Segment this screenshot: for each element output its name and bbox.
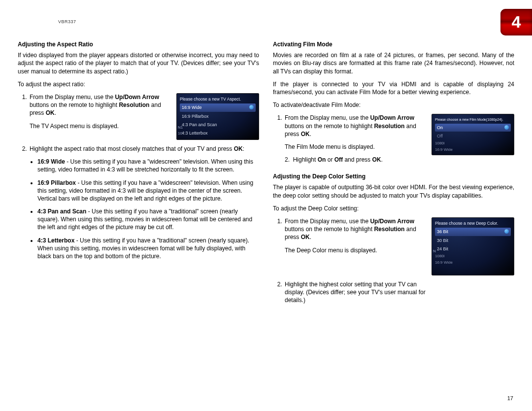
ss-option: 30 Bit (435, 237, 511, 244)
deep-p1: The player is capable of outputting 36-b… (273, 183, 514, 199)
tv-aspect-screenshot: Please choose a new TV Aspect. 16:9 Wide… (176, 93, 259, 140)
aspect-lead: To adjust the aspect ratio: (18, 80, 259, 88)
ss-faint: 1080i (435, 254, 511, 259)
ss-faint: 16:9 Wide (435, 147, 511, 153)
right-column: Activating Film Mode Movies are recorded… (273, 40, 514, 309)
ss-faint: 1080i (435, 141, 511, 146)
film-steps: From the Display menu, use the Up/Down A… (273, 114, 514, 164)
ss-title: Please choose a new Deep Color. (435, 221, 511, 226)
aspect-step1-sub: The TV Aspect menu is displayed. (30, 122, 171, 130)
content-columns: Adjusting the Aspect Ratio If video disp… (18, 40, 514, 309)
deep-step-2: Highlight the highest color setting that… (284, 280, 432, 305)
page-number: 17 (507, 395, 513, 402)
ss-option-selected: 16:9 Wide (180, 103, 256, 111)
deep-step1-sub: The Deep Color menu is displayed. (285, 246, 427, 254)
model-code: VBR337 (58, 19, 76, 25)
ss-option: 16:9 Pillarbox (180, 112, 256, 120)
ss-option: 4:3 Letterbox (180, 129, 256, 137)
aspect-options: 16:9 Wide - Use this setting if you have… (18, 158, 259, 260)
aspect-option: 4:3 Pan and Scan - Use this setting if y… (37, 207, 259, 232)
deep-steps: From the Display menu, use the Up/Down A… (273, 217, 514, 305)
aspect-step-1: From the Display menu, use the Up/Down A… (29, 93, 259, 140)
left-column: Adjusting the Aspect Ratio If video disp… (18, 40, 259, 309)
film-mode-screenshot: Please choose a new Film Mode(1080p24). … (432, 114, 514, 155)
ss-faint: 16:9 Wide (435, 260, 511, 266)
chapter-tab: 4 (500, 9, 532, 35)
film-lead: To activate/deactivate Film Mode: (273, 101, 514, 109)
ss-option: Off (435, 132, 511, 140)
film-p1: Movies are recorded on film at a rate of… (273, 51, 514, 75)
deep-color-screenshot: Please choose a new Deep Color. 36 Bit 3… (432, 217, 514, 275)
film-step-1: From the Display menu, use the Up/Down A… (284, 114, 514, 164)
film-p2: If the player is connected to your TV vi… (273, 80, 514, 96)
ss-title: Please choose a new TV Aspect. (180, 97, 256, 102)
deep-lead: To adjust the Deep Color setting: (273, 205, 514, 212)
ss-edge-text: N (433, 249, 436, 254)
ss-option: 24 Bit (435, 245, 511, 253)
aspect-option: 4:3 Letterbox - Use this setting if you … (37, 237, 259, 261)
ss-option-selected: On (435, 124, 511, 132)
deep-step-1: From the Display menu, use the Up/Down A… (284, 217, 514, 275)
aspect-intro: If video displayed from the player appea… (18, 51, 259, 75)
heading-aspect-ratio: Adjusting the Aspect Ratio (18, 40, 259, 48)
aspect-steps: From the Display menu, use the Up/Down A… (18, 93, 259, 153)
ss-option: 4:3 Pan and Scan (180, 121, 256, 129)
heading-deep-color: Adjusting the Deep Color Setting (273, 172, 514, 180)
ss-edge-text: N1 (178, 125, 183, 131)
aspect-step-2: Highlight the aspect ratio that most clo… (29, 145, 259, 153)
ss-title: Please choose a new Film Mode(1080p24). (435, 117, 511, 122)
heading-film-mode: Activating Film Mode (273, 40, 514, 48)
ss-edge-text: 10 (178, 131, 182, 137)
film-step1-sub: The Film Mode menu is displayed. (285, 143, 427, 151)
aspect-option: 16:9 Wide - Use this setting if you have… (37, 158, 259, 173)
ss-option-selected: 36 Bit (435, 228, 511, 236)
aspect-option: 16:9 Pillarbox - Use this setting if you… (37, 179, 259, 203)
